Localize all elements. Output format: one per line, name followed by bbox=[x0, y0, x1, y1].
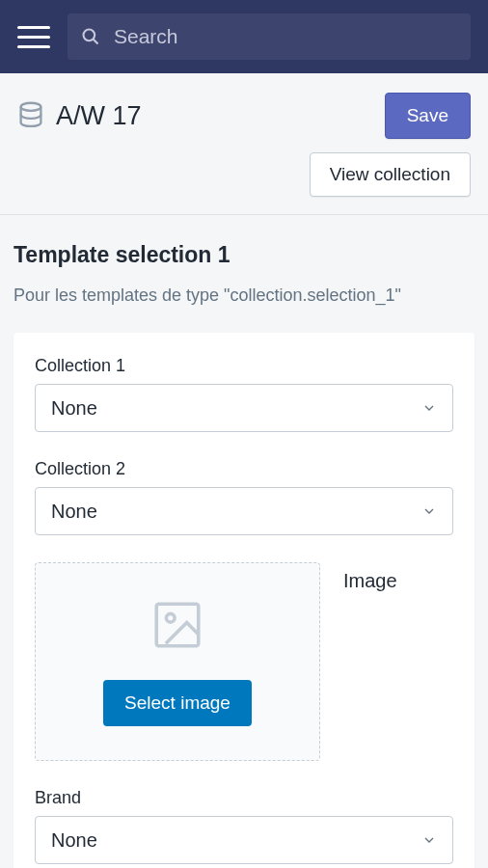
menu-icon[interactable] bbox=[17, 20, 50, 53]
chevron-down-icon bbox=[421, 832, 437, 848]
search-icon bbox=[81, 27, 100, 46]
search-container[interactable] bbox=[68, 14, 471, 60]
search-input[interactable] bbox=[114, 25, 457, 48]
form-card: Collection 1 None Collection 2 None bbox=[14, 333, 474, 868]
svg-line-1 bbox=[94, 40, 98, 44]
page-header: A/W 17 Save View collection bbox=[0, 73, 488, 215]
field-image: Select image Image bbox=[35, 562, 453, 761]
section-subtitle: Pour les templates de type "collection.s… bbox=[14, 285, 474, 306]
select-image-button[interactable]: Select image bbox=[103, 680, 252, 726]
image-placeholder-icon bbox=[149, 597, 205, 653]
label-image: Image bbox=[343, 562, 397, 592]
select-collection-1[interactable]: None bbox=[35, 384, 453, 432]
label-collection-2: Collection 2 bbox=[35, 459, 453, 479]
svg-point-2 bbox=[21, 103, 41, 111]
select-value: None bbox=[51, 397, 97, 420]
label-brand: Brand bbox=[35, 788, 453, 808]
field-collection-2: Collection 2 None bbox=[35, 459, 453, 535]
svg-rect-3 bbox=[156, 604, 199, 646]
database-icon bbox=[17, 101, 44, 130]
chevron-down-icon bbox=[421, 400, 437, 416]
select-collection-2[interactable]: None bbox=[35, 487, 453, 535]
image-dropzone[interactable]: Select image bbox=[35, 562, 320, 761]
field-brand: Brand None bbox=[35, 788, 453, 864]
topbar bbox=[0, 0, 488, 73]
save-button[interactable]: Save bbox=[385, 93, 471, 139]
view-collection-button[interactable]: View collection bbox=[310, 152, 471, 197]
svg-point-0 bbox=[84, 30, 95, 41]
label-collection-1: Collection 1 bbox=[35, 356, 453, 376]
section-title: Template selection 1 bbox=[14, 242, 474, 268]
chevron-down-icon bbox=[421, 503, 437, 519]
select-value: None bbox=[51, 501, 97, 523]
page-title: A/W 17 bbox=[56, 101, 142, 131]
select-brand[interactable]: None bbox=[35, 816, 453, 864]
content: Template selection 1 Pour les templates … bbox=[0, 215, 488, 868]
field-collection-1: Collection 1 None bbox=[35, 356, 453, 432]
select-value: None bbox=[51, 829, 97, 852]
svg-point-4 bbox=[166, 613, 175, 622]
